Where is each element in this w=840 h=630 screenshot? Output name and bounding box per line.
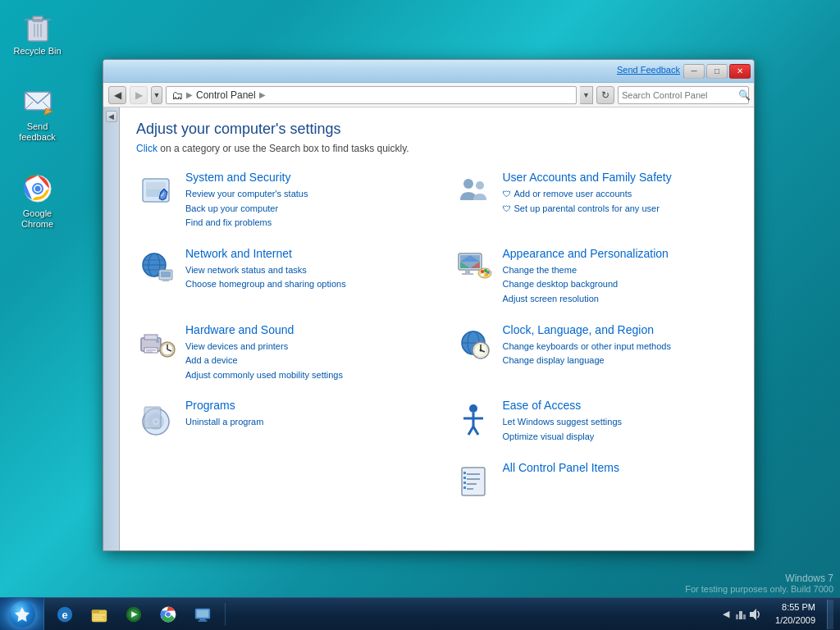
category-hardware: Hardware and Sound View devices and prin… [136, 323, 421, 383]
user-accounts-link-1[interactable]: Set up parental controls for any user [503, 202, 672, 217]
svg-rect-28 [161, 272, 171, 277]
svg-rect-95 [736, 614, 738, 619]
svg-rect-83 [94, 619, 104, 619]
programs-title[interactable]: Programs [185, 399, 263, 412]
network-link-1[interactable]: Choose homegroup and sharing options [185, 277, 346, 292]
svg-line-66 [468, 427, 473, 435]
hardware-link-2[interactable]: Adjust commonly used mobility settings [185, 368, 343, 383]
network-link-0[interactable]: View network status and tasks [185, 263, 346, 278]
search-icon[interactable]: 🔍 [738, 89, 751, 101]
desktop-icon-recycle-bin[interactable]: Recycle Bin [7, 7, 68, 60]
svg-rect-32 [465, 270, 470, 273]
volume-tray-icon[interactable] [749, 608, 762, 621]
taskbar-separator [225, 603, 226, 626]
clock-link-1[interactable]: Change display language [503, 354, 671, 368]
desktop-icon-send-feedback[interactable]: Send feedback [7, 82, 68, 146]
svg-rect-18 [146, 182, 166, 189]
system-security-link-1[interactable]: Back up your computer [185, 202, 308, 217]
system-security-title[interactable]: System and Security [185, 171, 308, 184]
search-input[interactable] [622, 90, 735, 100]
window-body: ◀ Adjust your computer's settings Click … [103, 107, 754, 550]
search-box[interactable]: 🔍 [618, 86, 749, 104]
network-title[interactable]: Network and Internet [185, 247, 346, 260]
close-button[interactable]: ✕ [729, 64, 751, 79]
recent-pages-button[interactable]: ▼ [151, 86, 162, 104]
all-items-title[interactable]: All Control Panel Items [503, 461, 619, 474]
categories-grid: ✓ System and Security Review your comput… [136, 171, 737, 500]
send-feedback-link[interactable]: Send Feedback [617, 65, 680, 75]
remote-taskbar-icon[interactable] [186, 600, 219, 629]
clock-title[interactable]: Clock, Language, and Region [503, 323, 671, 336]
ease-of-access-link-0[interactable]: Let Windows suggest settings [503, 415, 623, 430]
svg-rect-82 [94, 616, 103, 617]
desktop-icon-google-chrome[interactable]: Google Chrome [7, 169, 68, 233]
clock-link-0[interactable]: Change keyboards or other input methods [503, 340, 671, 354]
ease-of-access-title[interactable]: Ease of Access [503, 399, 623, 412]
tray-arrow[interactable]: ◀ [719, 608, 733, 621]
svg-point-20 [463, 179, 473, 189]
back-button[interactable]: ◀ [108, 86, 126, 104]
svg-point-38 [485, 273, 488, 276]
control-panel-window: Send Feedback ─ □ ✕ ◀ ▶ ▼ 🗂 ▶ Control Pa… [103, 59, 755, 551]
maximize-button[interactable]: □ [706, 64, 728, 79]
start-button[interactable] [0, 598, 44, 631]
taskbar-right: ◀ 8:55 PM 1/20/2009 [716, 598, 840, 630]
svg-point-21 [476, 181, 484, 189]
network-tray-icon[interactable] [734, 608, 747, 621]
hardware-title[interactable]: Hardware and Sound [185, 323, 343, 336]
programs-link-0[interactable]: Uninstall a program [185, 415, 263, 430]
taskbar: e [0, 597, 840, 630]
svg-marker-97 [750, 609, 756, 620]
category-system-security: ✓ System and Security Review your comput… [136, 171, 421, 231]
svg-point-39 [481, 273, 484, 276]
system-security-link-0[interactable]: Review your computer's status [185, 187, 308, 202]
content-area: Adjust your computer's settings Click on… [120, 107, 754, 550]
svg-point-57 [479, 349, 482, 351]
address-path[interactable]: 🗂 ▶ Control Panel ▶ [166, 86, 577, 104]
appearance-link-2[interactable]: Adjust screen resolution [503, 292, 669, 307]
system-tray: ◀ [716, 608, 765, 621]
ie-taskbar-icon[interactable]: e [48, 600, 81, 629]
hardware-link-0[interactable]: View devices and printers [185, 340, 343, 354]
path-end-arrow: ▶ [259, 90, 266, 99]
minimize-button[interactable]: ─ [683, 64, 705, 79]
clock-date: 1/20/2009 [775, 614, 815, 627]
refresh-button[interactable]: ↻ [596, 86, 614, 104]
hardware-link-1[interactable]: Add a device [185, 354, 343, 368]
media-taskbar-icon[interactable] [117, 600, 150, 629]
svg-rect-44 [146, 351, 153, 353]
user-accounts-title[interactable]: User Accounts and Family Safety [503, 171, 672, 184]
hardware-icon [136, 323, 176, 363]
clock-display[interactable]: 8:55 PM 1/20/2009 [769, 601, 822, 627]
system-security-link-2[interactable]: Find and fix problems [185, 216, 308, 231]
user-accounts-link-0[interactable]: Add or remove user accounts [503, 187, 672, 202]
svg-rect-92 [199, 619, 205, 620]
chrome-taskbar-icon[interactable] [152, 600, 185, 629]
address-dropdown[interactable]: ▼ [580, 86, 593, 104]
category-network: Network and Internet View network status… [136, 247, 421, 307]
svg-rect-94 [739, 611, 742, 619]
sidebar-toggle[interactable]: ◀ [106, 111, 117, 122]
forward-button[interactable]: ▶ [130, 86, 148, 104]
category-appearance: Appearance and Personalization Change th… [454, 247, 738, 307]
appearance-title[interactable]: Appearance and Personalization [503, 247, 669, 260]
ease-of-access-link-1[interactable]: Optimize visual display [503, 430, 623, 445]
show-desktop-button[interactable] [827, 600, 833, 629]
path-icon: 🗂 [171, 89, 183, 102]
svg-rect-62 [144, 407, 161, 428]
category-user-accounts: User Accounts and Family Safety Add or r… [454, 171, 738, 231]
svg-point-45 [156, 340, 159, 343]
clock-time: 8:55 PM [775, 601, 815, 614]
svg-rect-93 [199, 620, 208, 621]
path-label: Control Panel [196, 89, 256, 101]
network-icon [136, 247, 176, 286]
appearance-link-1[interactable]: Change desktop background [503, 277, 669, 292]
svg-text:e: e [62, 608, 67, 620]
appearance-link-0[interactable]: Change the theme [503, 263, 669, 278]
subtitle-rest: on a category or use the Search box to f… [158, 143, 409, 154]
svg-point-89 [166, 612, 171, 617]
user-accounts-icon [454, 171, 493, 210]
category-ease-of-access: Ease of Access Let Windows suggest setti… [454, 399, 738, 444]
explorer-taskbar-icon[interactable] [83, 600, 116, 629]
system-security-icon: ✓ [136, 171, 176, 210]
